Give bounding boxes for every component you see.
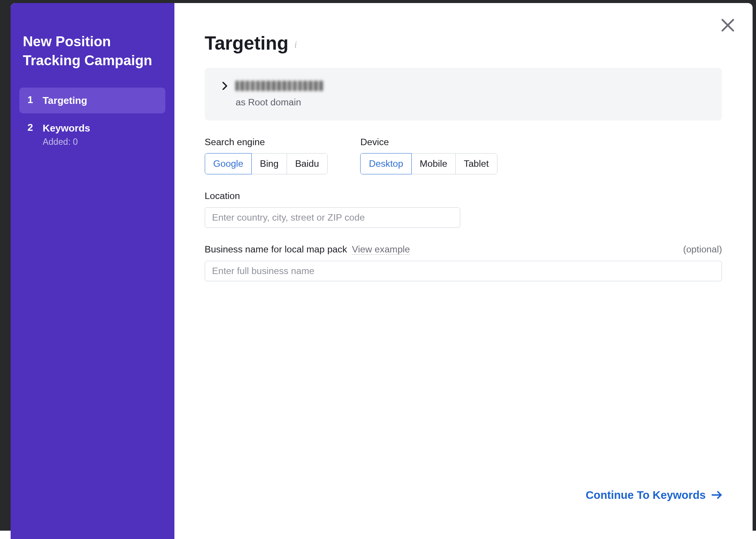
device-group: Device Desktop Mobile Tablet (360, 137, 497, 174)
wizard-sidebar: New Position Tracking Campaign 1 Targeti… (11, 3, 174, 539)
page-title: Targeting (205, 32, 289, 54)
search-engine-label: Search engine (205, 137, 328, 147)
domain-name-redacted (235, 81, 323, 91)
arrow-right-icon (712, 491, 722, 499)
optional-label: (optional) (683, 244, 722, 255)
domain-expand-row[interactable] (222, 81, 704, 91)
view-example-link[interactable]: View example (352, 244, 410, 255)
chevron-right-icon (222, 82, 227, 90)
continue-button-label: Continue To Keywords (586, 489, 706, 501)
location-input[interactable] (205, 207, 460, 228)
sidebar-title: New Position Tracking Campaign (23, 32, 165, 70)
device-label: Device (360, 137, 497, 147)
modal-footer: Continue To Keywords (205, 489, 722, 521)
wizard-step-targeting[interactable]: 1 Targeting (19, 88, 166, 113)
location-field: Location (205, 191, 722, 228)
continue-button[interactable]: Continue To Keywords (586, 489, 722, 501)
domain-summary-card: as Root domain (205, 68, 722, 121)
search-engine-option-baidu[interactable]: Baidu (287, 153, 328, 174)
modal-main: Targeting i as Root domain Search engine… (174, 3, 753, 539)
search-engine-option-google[interactable]: Google (205, 153, 252, 174)
close-icon (720, 17, 736, 33)
step-label: Keywords (43, 122, 157, 135)
step-number: 2 (27, 122, 42, 133)
step-sublabel: Added: 0 (43, 137, 157, 147)
search-engine-group: Search engine Google Bing Baidu (205, 137, 328, 174)
step-number: 1 (27, 94, 42, 106)
modal-dialog: New Position Tracking Campaign 1 Targeti… (11, 3, 753, 539)
domain-scope-label: as Root domain (235, 97, 704, 108)
business-name-input[interactable] (205, 261, 722, 282)
step-label: Targeting (43, 94, 157, 107)
info-icon[interactable]: i (294, 39, 297, 50)
device-segmented: Desktop Mobile Tablet (360, 153, 497, 174)
wizard-step-keywords[interactable]: 2 Keywords Added: 0 (19, 115, 166, 154)
device-option-mobile[interactable]: Mobile (411, 153, 456, 174)
device-option-tablet[interactable]: Tablet (455, 153, 497, 174)
location-label: Location (205, 191, 240, 201)
search-engine-option-bing[interactable]: Bing (251, 153, 287, 174)
search-engine-segmented: Google Bing Baidu (205, 153, 328, 174)
business-name-label: Business name for local map pack (205, 244, 347, 254)
business-name-field: Business name for local map pack View ex… (205, 244, 722, 281)
device-option-desktop[interactable]: Desktop (360, 153, 412, 174)
close-button[interactable] (720, 17, 736, 33)
